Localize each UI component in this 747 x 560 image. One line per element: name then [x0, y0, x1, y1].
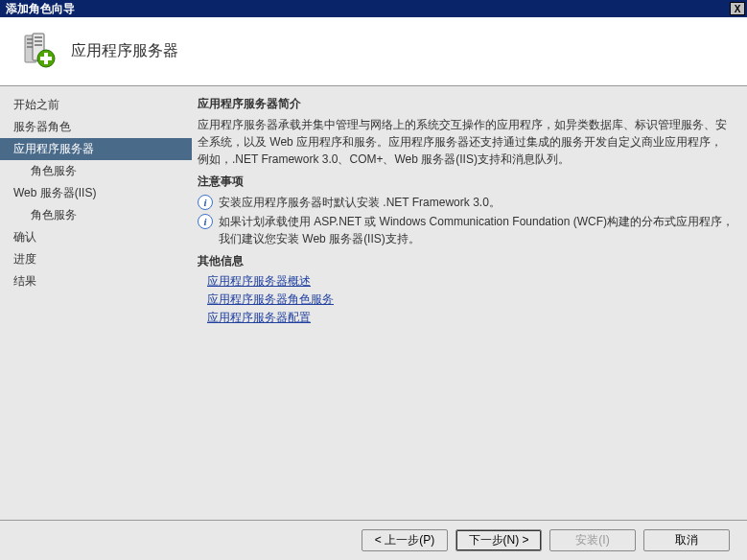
prev-button[interactable]: < 上一步(P)	[362, 529, 448, 551]
sidebar-item-3[interactable]: 角色服务	[0, 160, 192, 182]
titlebar: 添加角色向导 X	[0, 0, 747, 17]
page-title: 应用程序服务器	[71, 41, 178, 61]
window-title: 添加角色向导	[2, 1, 730, 17]
svg-rect-10	[40, 57, 52, 60]
link-configuration[interactable]: 应用程序服务器配置	[207, 310, 734, 326]
sidebar-item-8[interactable]: 结果	[0, 270, 192, 292]
notes-title: 注意事项	[198, 174, 734, 190]
sidebar-item-0[interactable]: 开始之前	[0, 94, 192, 116]
sidebar-item-2[interactable]: 应用程序服务器	[0, 138, 192, 160]
link-overview[interactable]: 应用程序服务器概述	[207, 273, 734, 290]
note-text: 安装应用程序服务器时默认安装 .NET Framework 3.0。	[219, 194, 501, 211]
close-button[interactable]: X	[730, 2, 745, 15]
install-button: 安装(I)	[549, 529, 636, 551]
note-row: i 安装应用程序服务器时默认安装 .NET Framework 3.0。	[198, 194, 734, 211]
cancel-button[interactable]: 取消	[643, 529, 730, 551]
info-icon: i	[198, 214, 213, 229]
content-panel: 应用程序服务器简介 应用程序服务器承载并集中管理与网络上的系统交互操作的应用程序…	[192, 86, 747, 520]
sidebar-item-5[interactable]: 角色服务	[0, 204, 192, 226]
note-row: i 如果计划承载使用 ASP.NET 或 Windows Communicati…	[198, 213, 734, 247]
intro-text: 应用程序服务器承载并集中管理与网络上的系统交互操作的应用程序，如异类数据库、标识…	[198, 116, 734, 168]
intro-title: 应用程序服务器简介	[198, 96, 734, 112]
wizard-sidebar: 开始之前服务器角色应用程序服务器角色服务Web 服务器(IIS)角色服务确认进度…	[0, 86, 192, 520]
svg-rect-6	[35, 40, 42, 42]
svg-rect-7	[35, 44, 42, 46]
other-info-title: 其他信息	[198, 253, 734, 269]
wizard-footer: < 上一步(P) 下一步(N) > 安装(I) 取消	[0, 520, 747, 560]
wizard-header: 应用程序服务器	[0, 17, 747, 86]
sidebar-item-6[interactable]: 确认	[0, 226, 192, 248]
note-text: 如果计划承载使用 ASP.NET 或 Windows Communication…	[219, 213, 734, 247]
sidebar-item-4[interactable]: Web 服务器(IIS)	[0, 182, 192, 204]
wizard-body: 开始之前服务器角色应用程序服务器角色服务Web 服务器(IIS)角色服务确认进度…	[0, 86, 747, 520]
sidebar-item-1[interactable]: 服务器角色	[0, 116, 192, 138]
next-button[interactable]: 下一步(N) >	[455, 529, 542, 551]
sidebar-item-7[interactable]: 进度	[0, 248, 192, 270]
server-icon	[17, 32, 58, 72]
svg-rect-5	[35, 36, 42, 38]
link-role-services[interactable]: 应用程序服务器角色服务	[207, 292, 734, 308]
info-icon: i	[198, 195, 213, 210]
